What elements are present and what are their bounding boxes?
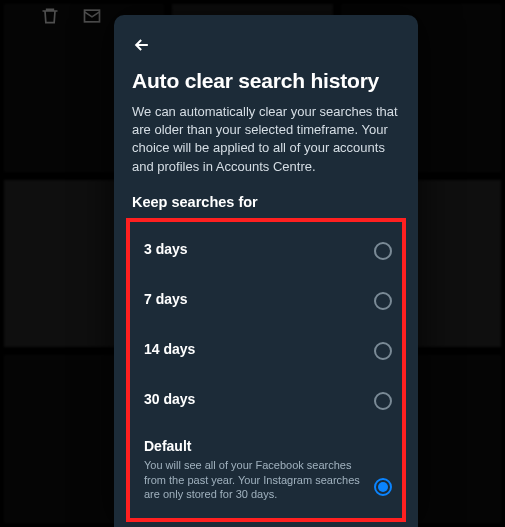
radio-icon: [374, 342, 392, 360]
option-7-days[interactable]: 7 days: [132, 274, 400, 324]
option-30-days[interactable]: 30 days: [132, 374, 400, 424]
top-icons-row: [40, 6, 102, 26]
mail-icon: [82, 6, 102, 26]
radio-icon: [374, 392, 392, 410]
option-label: 3 days: [144, 241, 374, 257]
option-label: 30 days: [144, 391, 374, 407]
radio-icon-selected: [374, 478, 392, 496]
radio-icon: [374, 292, 392, 310]
keep-searches-subheading: Keep searches for: [132, 194, 400, 210]
option-label: Default: [144, 438, 374, 454]
trash-icon: [40, 6, 60, 26]
options-highlight-box: 3 days 7 days 14 days 30 days Default: [126, 218, 406, 523]
radio-icon: [374, 242, 392, 260]
option-description: You will see all of your Facebook search…: [144, 458, 374, 503]
option-3-days[interactable]: 3 days: [132, 224, 400, 274]
option-default[interactable]: Default You will see all of your Faceboo…: [132, 424, 400, 517]
option-14-days[interactable]: 14 days: [132, 324, 400, 374]
arrow-left-icon: [132, 35, 152, 55]
page-description: We can automatically clear your searches…: [132, 103, 400, 176]
page-title: Auto clear search history: [132, 69, 400, 93]
back-button[interactable]: [132, 33, 156, 57]
option-label: 7 days: [144, 291, 374, 307]
option-label: 14 days: [144, 341, 374, 357]
auto-clear-modal: Auto clear search history We can automat…: [114, 15, 418, 527]
